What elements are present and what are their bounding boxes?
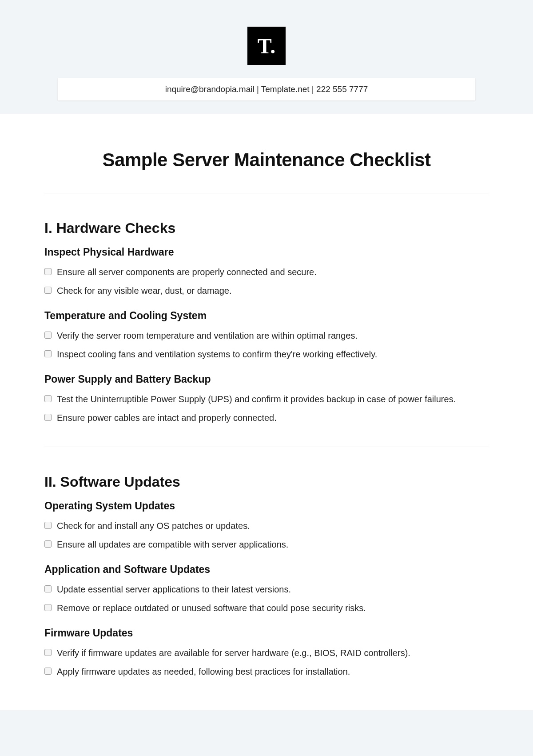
checkbox[interactable]	[44, 585, 52, 592]
checklist-item-text: Ensure power cables are intact and prope…	[57, 411, 489, 424]
checklist-item: Remove or replace outdated or unused sof…	[44, 601, 489, 615]
checklist-item: Update essential server applications to …	[44, 583, 489, 596]
checkbox[interactable]	[44, 332, 52, 339]
section-heading: II. Software Updates	[44, 474, 489, 490]
checklist-item-text: Verify the server room temperature and v…	[57, 329, 489, 342]
checklist-item: Test the Uninterruptible Power Supply (U…	[44, 392, 489, 406]
document-title: Sample Server Maintenance Checklist	[44, 149, 489, 171]
contact-bar: inquire@brandopia.mail | Template.net | …	[58, 78, 475, 100]
checklist: Test the Uninterruptible Power Supply (U…	[44, 392, 489, 424]
checklist-item: Ensure all updates are compatible with s…	[44, 538, 489, 551]
checkbox[interactable]	[44, 395, 52, 402]
checklist-item-text: Inspect cooling fans and ventilation sys…	[57, 348, 489, 361]
checkbox[interactable]	[44, 668, 52, 675]
checkbox[interactable]	[44, 414, 52, 421]
divider	[44, 447, 489, 447]
group-title: Power Supply and Battery Backup	[44, 373, 489, 385]
checklist-item-text: Remove or replace outdated or unused sof…	[57, 601, 489, 615]
group-title: Operating System Updates	[44, 500, 489, 512]
checklist: Check for and install any OS patches or …	[44, 519, 489, 551]
checklist-item-text: Check for and install any OS patches or …	[57, 519, 489, 532]
checklist: Update essential server applications to …	[44, 583, 489, 615]
header-area: T. inquire@brandopia.mail | Template.net…	[0, 0, 533, 100]
checklist-item: Inspect cooling fans and ventilation sys…	[44, 348, 489, 361]
checklist-item: Check for any visible wear, dust, or dam…	[44, 284, 489, 297]
checkbox[interactable]	[44, 287, 52, 294]
logo-wrap: T.	[0, 27, 533, 65]
divider	[44, 193, 489, 193]
group-title: Inspect Physical Hardware	[44, 246, 489, 258]
checklist: Verify if firmware updates are available…	[44, 646, 489, 678]
checklist-item: Apply firmware updates as needed, follow…	[44, 665, 489, 678]
group-title: Firmware Updates	[44, 627, 489, 639]
checkbox[interactable]	[44, 540, 52, 548]
checklist: Ensure all server components are properl…	[44, 265, 489, 297]
checkbox[interactable]	[44, 268, 52, 275]
checklist-item: Ensure power cables are intact and prope…	[44, 411, 489, 424]
section: II. Software UpdatesOperating System Upd…	[44, 474, 489, 678]
checklist-item-text: Apply firmware updates as needed, follow…	[57, 665, 489, 678]
checklist-item: Check for and install any OS patches or …	[44, 519, 489, 532]
section-heading: I. Hardware Checks	[44, 220, 489, 236]
checklist-item-text: Ensure all updates are compatible with s…	[57, 538, 489, 551]
checkbox[interactable]	[44, 649, 52, 656]
document-page: Sample Server Maintenance Checklist I. H…	[0, 114, 533, 710]
checklist-item: Ensure all server components are properl…	[44, 265, 489, 279]
group-title: Application and Software Updates	[44, 564, 489, 576]
checklist-item-text: Ensure all server components are properl…	[57, 265, 489, 279]
checklist-item-text: Verify if firmware updates are available…	[57, 646, 489, 660]
checkbox[interactable]	[44, 604, 52, 611]
logo: T.	[247, 27, 286, 65]
checklist-item: Verify if firmware updates are available…	[44, 646, 489, 660]
checklist-item: Verify the server room temperature and v…	[44, 329, 489, 342]
checklist-item-text: Update essential server applications to …	[57, 583, 489, 596]
checklist: Verify the server room temperature and v…	[44, 329, 489, 361]
checklist-item-text: Check for any visible wear, dust, or dam…	[57, 284, 489, 297]
section: I. Hardware ChecksInspect Physical Hardw…	[44, 220, 489, 424]
checklist-item-text: Test the Uninterruptible Power Supply (U…	[57, 392, 489, 406]
checkbox[interactable]	[44, 522, 52, 529]
checkbox[interactable]	[44, 350, 52, 357]
group-title: Temperature and Cooling System	[44, 310, 489, 322]
